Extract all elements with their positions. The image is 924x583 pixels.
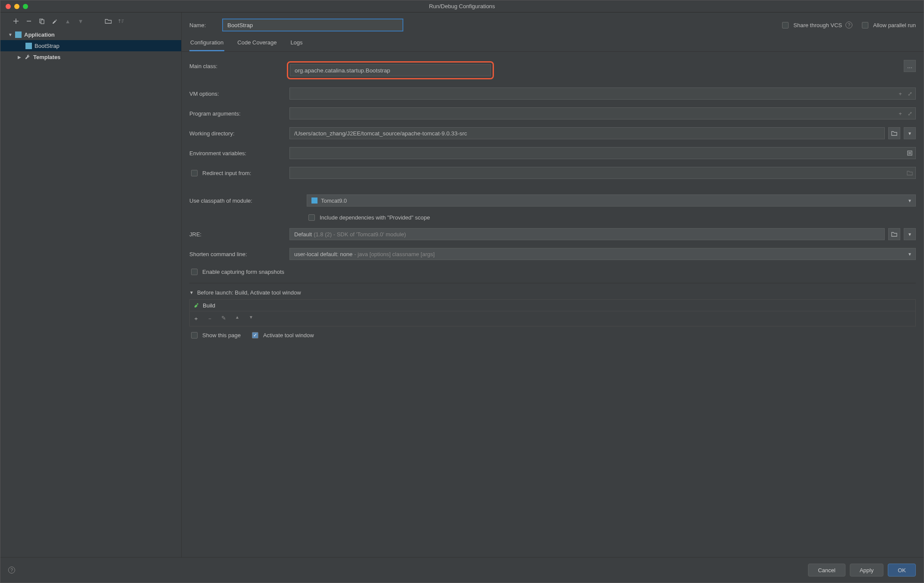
tab-logs[interactable]: Logs — [289, 39, 303, 51]
vm-options-label: VM options: — [189, 91, 284, 97]
activate-tool-window-label: Activate tool window — [263, 332, 314, 339]
remove-task-icon[interactable]: － — [206, 315, 213, 323]
activate-tool-window-box[interactable] — [252, 332, 258, 339]
jre-row: JRE: Default (1.8 (2) - SDK of 'Tomcat9.… — [189, 224, 916, 244]
enable-capture-box[interactable] — [191, 269, 198, 275]
env-vars-list-icon[interactable] — [906, 150, 913, 157]
vm-options-input[interactable] — [289, 88, 916, 100]
close-window-button[interactable] — [6, 4, 11, 9]
sort-icon[interactable] — [118, 18, 125, 25]
enable-capture-label: Enable capturing form snapshots — [202, 269, 284, 275]
share-vcs-box[interactable] — [782, 22, 789, 28]
tab-code-coverage[interactable]: Code Coverage — [236, 39, 277, 51]
edit-task-icon[interactable]: ✎ — [220, 315, 227, 323]
help-button[interactable]: ? — [8, 567, 15, 574]
env-vars-row: Environment variables: — [189, 143, 916, 163]
tree-node-templates[interactable]: ▶ Templates — [0, 51, 181, 63]
configuration-form: Main class: … VM options: — [182, 52, 924, 557]
footer: ? Cancel Apply OK — [0, 557, 924, 583]
before-launch-header[interactable]: ▼ Before launch: Build, Activate tool wi… — [189, 288, 916, 298]
cancel-button[interactable]: Cancel — [808, 564, 845, 577]
add-task-icon[interactable]: ＋ — [192, 315, 199, 323]
jre-dropdown[interactable]: Default (1.8 (2) - SDK of 'Tomcat9.0' mo… — [289, 228, 885, 240]
shorten-cmd-hint: - java [options] classname [args] — [354, 251, 434, 257]
move-down-task-icon[interactable]: ▼ — [248, 315, 255, 323]
working-dir-dropdown-button[interactable]: ▼ — [904, 127, 916, 139]
show-this-page-box[interactable] — [191, 332, 198, 339]
redirect-input-label: Redirect input from: — [202, 170, 251, 176]
apply-button[interactable]: Apply — [850, 564, 884, 577]
ok-button[interactable]: OK — [888, 564, 916, 577]
shorten-cmd-label: Shorten command line: — [189, 251, 284, 257]
activate-tool-window-checkbox[interactable]: Activate tool window — [250, 331, 314, 340]
window-title: Run/Debug Configurations — [0, 3, 924, 9]
tree-node-bootstrap[interactable]: BootStrap — [0, 40, 181, 51]
classpath-label: Use classpath of module: — [189, 197, 302, 204]
build-icon — [193, 302, 199, 308]
classpath-row: Use classpath of module: Tomcat9.0 ▼ — [189, 191, 916, 210]
expand-field-icon[interactable]: ⤢ — [906, 90, 913, 97]
titlebar: Run/Debug Configurations — [0, 0, 924, 13]
before-launch-title: Before launch: Build, Activate tool wind… — [197, 289, 301, 296]
classpath-module-dropdown[interactable]: Tomcat9.0 ▼ — [307, 194, 916, 207]
svg-rect-1 — [41, 20, 44, 24]
minimize-window-button[interactable] — [14, 4, 19, 9]
zoom-window-button[interactable] — [23, 4, 28, 9]
copy-config-icon[interactable] — [38, 18, 45, 25]
before-launch-item-label: Build — [203, 302, 215, 309]
move-up-icon[interactable]: ▲ — [64, 18, 71, 25]
tree-node-application[interactable]: ▼ Application — [0, 29, 181, 40]
insert-macro-icon[interactable]: + — [897, 110, 904, 117]
browse-jre-button[interactable] — [888, 228, 900, 240]
traffic-lights — [0, 4, 28, 9]
vm-options-row: VM options: + ⤢ — [189, 84, 916, 103]
name-input[interactable] — [222, 19, 403, 31]
application-run-icon — [25, 43, 32, 49]
application-type-icon — [15, 31, 22, 38]
working-dir-row: Working directory: ▼ — [189, 123, 916, 143]
before-launch-list: Build ＋ － ✎ ▲ ▼ — [189, 299, 916, 326]
remove-config-icon[interactable] — [25, 18, 32, 25]
redirect-input-box[interactable] — [191, 170, 198, 176]
program-args-input[interactable] — [289, 107, 916, 119]
main-class-label: Main class: — [189, 63, 284, 69]
browse-folder-button[interactable] — [888, 127, 900, 139]
move-up-task-icon[interactable]: ▲ — [234, 315, 241, 323]
sidebar-toolbar: ▲ ▼ — [0, 15, 181, 29]
tree-label: Templates — [33, 54, 60, 60]
chevron-down-icon: ▼ — [908, 252, 912, 257]
main-class-row: Main class: … — [189, 56, 916, 76]
tab-configuration[interactable]: Configuration — [189, 39, 224, 51]
classpath-value: Tomcat9.0 — [321, 197, 347, 204]
share-vcs-checkbox[interactable]: Share through VCS ? — [780, 21, 852, 30]
env-vars-input[interactable] — [289, 147, 916, 159]
main-panel: Name: Share through VCS ? Allow parallel… — [182, 13, 924, 557]
enable-capture-checkbox[interactable]: Enable capturing form snapshots — [189, 267, 284, 276]
redirect-input-checkbox[interactable]: Redirect input from: — [189, 169, 284, 178]
folder-icon[interactable] — [105, 18, 112, 25]
allow-parallel-checkbox[interactable]: Allow parallel run — [860, 21, 916, 30]
insert-macro-icon[interactable]: + — [897, 90, 904, 97]
highlight-annotation — [287, 61, 494, 79]
shorten-cmd-dropdown[interactable]: user-local default: none - java [options… — [289, 248, 916, 260]
before-launch-item[interactable]: Build — [190, 300, 915, 311]
add-config-icon[interactable] — [13, 18, 19, 25]
working-dir-input[interactable] — [289, 127, 885, 139]
include-provided-checkbox[interactable]: Include dependencies with "Provided" sco… — [307, 213, 430, 222]
help-icon[interactable]: ? — [845, 22, 852, 28]
move-down-icon[interactable]: ▼ — [77, 18, 84, 25]
main-class-input[interactable] — [290, 64, 491, 76]
edit-defaults-icon[interactable] — [51, 18, 58, 25]
program-args-label: Program arguments: — [189, 110, 284, 117]
browse-main-class-button[interactable]: … — [904, 60, 916, 72]
allow-parallel-box[interactable] — [862, 22, 868, 28]
show-this-page-checkbox[interactable]: Show this page — [189, 331, 241, 340]
program-args-row: Program arguments: + ⤢ — [189, 103, 916, 123]
tabs: Configuration Code Coverage Logs — [182, 31, 924, 52]
expand-field-icon[interactable]: ⤢ — [906, 110, 913, 117]
jre-dropdown-button[interactable]: ▼ — [904, 228, 916, 240]
tree-label: Application — [24, 31, 55, 38]
include-provided-box[interactable] — [308, 214, 315, 221]
browse-file-icon — [906, 169, 913, 176]
jre-value: Default — [294, 231, 312, 238]
